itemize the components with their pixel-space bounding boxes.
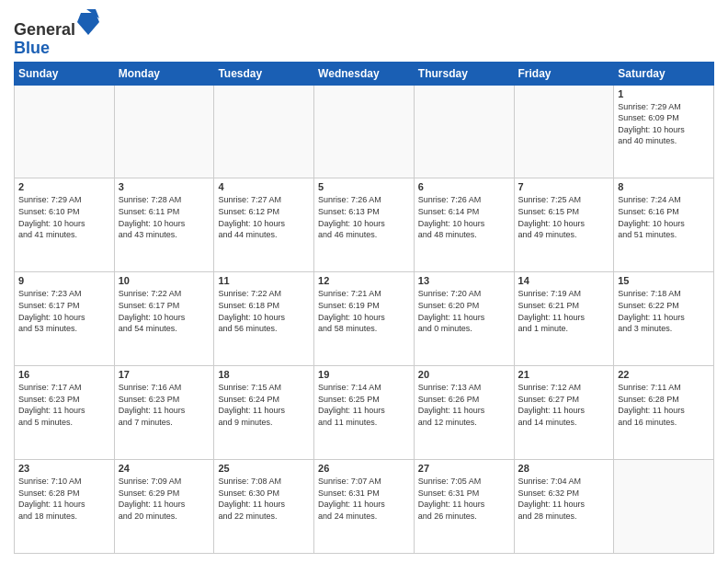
calendar-table: SundayMondayTuesdayWednesdayThursdayFrid… [14, 62, 714, 554]
svg-marker-0 [77, 13, 99, 35]
day-info: Sunrise: 7:23 AM Sunset: 6:17 PM Dayligh… [18, 288, 110, 334]
day-info: Sunrise: 7:10 AM Sunset: 6:28 PM Dayligh… [18, 476, 110, 522]
day-info: Sunrise: 7:18 AM Sunset: 6:22 PM Dayligh… [618, 288, 710, 334]
day-number: 3 [119, 181, 210, 192]
day-number: 9 [18, 275, 110, 286]
day-info: Sunrise: 7:21 AM Sunset: 6:19 PM Dayligh… [318, 288, 410, 334]
day-info: Sunrise: 7:17 AM Sunset: 6:23 PM Dayligh… [18, 382, 110, 428]
day-number: 25 [218, 463, 310, 474]
day-number: 15 [618, 275, 710, 286]
dow-header-thursday: Thursday [414, 62, 514, 85]
day-info: Sunrise: 7:14 AM Sunset: 6:25 PM Dayligh… [318, 382, 410, 428]
day-cell: 22Sunrise: 7:11 AM Sunset: 6:28 PM Dayli… [614, 366, 714, 460]
day-number: 14 [518, 275, 610, 286]
day-number: 20 [418, 369, 510, 380]
day-number: 21 [518, 369, 610, 380]
day-number: 1 [618, 88, 710, 99]
day-cell: 13Sunrise: 7:20 AM Sunset: 6:20 PM Dayli… [414, 272, 514, 366]
day-info: Sunrise: 7:25 AM Sunset: 6:15 PM Dayligh… [518, 194, 610, 240]
day-cell: 20Sunrise: 7:13 AM Sunset: 6:26 PM Dayli… [414, 366, 514, 460]
day-info: Sunrise: 7:09 AM Sunset: 6:29 PM Dayligh… [119, 476, 210, 522]
page-header: General Blue [14, 9, 714, 58]
day-cell: 1Sunrise: 7:29 AM Sunset: 6:09 PM Daylig… [614, 85, 714, 178]
day-cell: 9Sunrise: 7:23 AM Sunset: 6:17 PM Daylig… [15, 272, 115, 366]
day-number: 19 [318, 369, 410, 380]
day-cell: 17Sunrise: 7:16 AM Sunset: 6:23 PM Dayli… [114, 366, 214, 460]
day-number: 8 [618, 181, 710, 192]
day-info: Sunrise: 7:26 AM Sunset: 6:13 PM Dayligh… [318, 194, 410, 240]
day-cell [614, 460, 714, 554]
day-number: 12 [318, 275, 410, 286]
day-info: Sunrise: 7:20 AM Sunset: 6:20 PM Dayligh… [418, 288, 510, 334]
week-row-1: 2Sunrise: 7:29 AM Sunset: 6:10 PM Daylig… [15, 178, 714, 272]
day-info: Sunrise: 7:12 AM Sunset: 6:27 PM Dayligh… [518, 382, 610, 428]
day-cell: 5Sunrise: 7:26 AM Sunset: 6:13 PM Daylig… [314, 178, 415, 272]
day-info: Sunrise: 7:29 AM Sunset: 6:09 PM Dayligh… [618, 101, 710, 147]
day-cell: 21Sunrise: 7:12 AM Sunset: 6:27 PM Dayli… [514, 366, 614, 460]
day-cell: 23Sunrise: 7:10 AM Sunset: 6:28 PM Dayli… [15, 460, 115, 554]
day-cell: 2Sunrise: 7:29 AM Sunset: 6:10 PM Daylig… [15, 178, 115, 272]
day-cell: 19Sunrise: 7:14 AM Sunset: 6:25 PM Dayli… [314, 366, 415, 460]
day-info: Sunrise: 7:29 AM Sunset: 6:10 PM Dayligh… [18, 194, 110, 240]
day-info: Sunrise: 7:04 AM Sunset: 6:32 PM Dayligh… [518, 476, 610, 522]
day-info: Sunrise: 7:19 AM Sunset: 6:21 PM Dayligh… [518, 288, 610, 334]
day-cell: 6Sunrise: 7:26 AM Sunset: 6:14 PM Daylig… [414, 178, 514, 272]
dow-header-saturday: Saturday [614, 62, 714, 85]
week-row-2: 9Sunrise: 7:23 AM Sunset: 6:17 PM Daylig… [15, 272, 714, 366]
day-cell [514, 85, 614, 178]
day-number: 24 [119, 463, 210, 474]
dow-header-sunday: Sunday [15, 62, 115, 85]
day-cell: 15Sunrise: 7:18 AM Sunset: 6:22 PM Dayli… [614, 272, 714, 366]
day-cell: 14Sunrise: 7:19 AM Sunset: 6:21 PM Dayli… [514, 272, 614, 366]
week-row-0: 1Sunrise: 7:29 AM Sunset: 6:09 PM Daylig… [15, 85, 714, 178]
day-info: Sunrise: 7:22 AM Sunset: 6:18 PM Dayligh… [218, 288, 310, 334]
day-number: 28 [518, 463, 610, 474]
day-info: Sunrise: 7:08 AM Sunset: 6:30 PM Dayligh… [218, 476, 310, 522]
day-cell: 7Sunrise: 7:25 AM Sunset: 6:15 PM Daylig… [514, 178, 614, 272]
day-number: 23 [18, 463, 110, 474]
week-row-3: 16Sunrise: 7:17 AM Sunset: 6:23 PM Dayli… [15, 366, 714, 460]
dow-header-wednesday: Wednesday [314, 62, 415, 85]
day-number: 22 [618, 369, 710, 380]
day-number: 2 [18, 181, 110, 192]
day-number: 4 [218, 181, 310, 192]
day-number: 18 [218, 369, 310, 380]
day-number: 26 [318, 463, 410, 474]
day-cell: 26Sunrise: 7:07 AM Sunset: 6:31 PM Dayli… [314, 460, 415, 554]
day-cell: 16Sunrise: 7:17 AM Sunset: 6:23 PM Dayli… [15, 366, 115, 460]
day-cell: 3Sunrise: 7:28 AM Sunset: 6:11 PM Daylig… [114, 178, 214, 272]
day-info: Sunrise: 7:11 AM Sunset: 6:28 PM Dayligh… [618, 382, 710, 428]
day-number: 17 [119, 369, 210, 380]
day-cell: 28Sunrise: 7:04 AM Sunset: 6:32 PM Dayli… [514, 460, 614, 554]
day-number: 16 [18, 369, 110, 380]
logo-general: General [14, 20, 75, 39]
day-cell: 10Sunrise: 7:22 AM Sunset: 6:17 PM Dayli… [114, 272, 214, 366]
dow-header-tuesday: Tuesday [214, 62, 314, 85]
day-cell: 4Sunrise: 7:27 AM Sunset: 6:12 PM Daylig… [214, 178, 314, 272]
day-info: Sunrise: 7:16 AM Sunset: 6:23 PM Dayligh… [119, 382, 210, 428]
day-cell [15, 85, 115, 178]
day-cell: 18Sunrise: 7:15 AM Sunset: 6:24 PM Dayli… [214, 366, 314, 460]
day-number: 13 [418, 275, 510, 286]
day-cell [114, 85, 214, 178]
day-cell [414, 85, 514, 178]
day-info: Sunrise: 7:24 AM Sunset: 6:16 PM Dayligh… [618, 194, 710, 240]
day-of-week-row: SundayMondayTuesdayWednesdayThursdayFrid… [15, 62, 714, 85]
day-info: Sunrise: 7:27 AM Sunset: 6:12 PM Dayligh… [218, 194, 310, 240]
dow-header-friday: Friday [514, 62, 614, 85]
day-number: 27 [418, 463, 510, 474]
logo: General Blue [14, 9, 99, 58]
day-cell: 24Sunrise: 7:09 AM Sunset: 6:29 PM Dayli… [114, 460, 214, 554]
logo-text: General [14, 9, 99, 40]
day-info: Sunrise: 7:13 AM Sunset: 6:26 PM Dayligh… [418, 382, 510, 428]
day-info: Sunrise: 7:15 AM Sunset: 6:24 PM Dayligh… [218, 382, 310, 428]
week-row-4: 23Sunrise: 7:10 AM Sunset: 6:28 PM Dayli… [15, 460, 714, 554]
day-info: Sunrise: 7:07 AM Sunset: 6:31 PM Dayligh… [318, 476, 410, 522]
day-cell: 8Sunrise: 7:24 AM Sunset: 6:16 PM Daylig… [614, 178, 714, 272]
logo-blue-text: Blue [14, 40, 99, 58]
day-cell: 27Sunrise: 7:05 AM Sunset: 6:31 PM Dayli… [414, 460, 514, 554]
day-cell: 25Sunrise: 7:08 AM Sunset: 6:30 PM Dayli… [214, 460, 314, 554]
dow-header-monday: Monday [114, 62, 214, 85]
day-info: Sunrise: 7:05 AM Sunset: 6:31 PM Dayligh… [418, 476, 510, 522]
day-info: Sunrise: 7:26 AM Sunset: 6:14 PM Dayligh… [418, 194, 510, 240]
